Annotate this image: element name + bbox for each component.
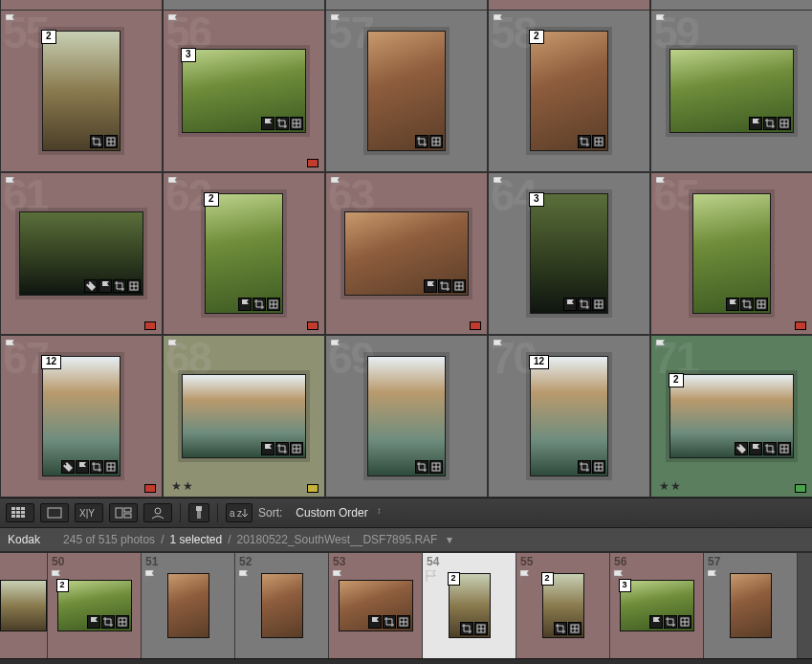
- pick-flag-icon[interactable]: [167, 14, 179, 26]
- crop-icon[interactable]: [383, 615, 396, 629]
- crop-icon[interactable]: [438, 279, 451, 293]
- filmstrip-cell[interactable]: 563: [610, 553, 704, 658]
- stack-count-badge[interactable]: 2: [56, 579, 69, 592]
- pick-flag-icon[interactable]: [655, 177, 667, 188]
- adjust-icon[interactable]: [104, 460, 118, 474]
- grid-cell[interactable]: 6712: [1, 336, 162, 497]
- adjust-icon[interactable]: [452, 279, 466, 293]
- photo-thumbnail[interactable]: [344, 211, 469, 296]
- pick-flag-icon[interactable]: [519, 568, 531, 586]
- people-view-button[interactable]: [143, 503, 172, 522]
- pick-flag-icon[interactable]: [167, 177, 179, 188]
- color-label[interactable]: [144, 484, 156, 493]
- painter-button[interactable]: [188, 503, 209, 522]
- grid-cell[interactable]: 65: [651, 173, 812, 334]
- adjust-icon[interactable]: [755, 298, 768, 311]
- filmstrip-scrollbar[interactable]: [0, 658, 812, 664]
- grid-cell[interactable]: 712★★: [651, 336, 812, 497]
- tag-icon[interactable]: [61, 460, 75, 474]
- flag-icon[interactable]: [87, 615, 100, 629]
- pick-flag-icon[interactable]: [493, 177, 504, 188]
- pick-flag-icon[interactable]: [5, 177, 16, 188]
- flag-icon[interactable]: [368, 615, 382, 629]
- compare-view-button[interactable]: X|Y: [75, 503, 103, 522]
- grid-cell[interactable]: 552: [1, 11, 162, 171]
- flag-icon[interactable]: [424, 279, 437, 293]
- photo-thumbnail[interactable]: 2: [57, 580, 132, 631]
- grid-cell[interactable]: 59: [651, 11, 812, 171]
- stack-count-badge[interactable]: 2: [669, 373, 684, 387]
- stack-count-badge[interactable]: 2: [41, 30, 56, 44]
- filmstrip-cell[interactable]: 552: [516, 553, 610, 658]
- grid-cell[interactable]: 69: [326, 336, 487, 497]
- flag-icon[interactable]: [76, 460, 89, 474]
- photo-thumbnail[interactable]: 3: [182, 49, 306, 133]
- photo-thumbnail[interactable]: [730, 573, 772, 638]
- flag-icon[interactable]: [99, 279, 112, 293]
- flag-icon[interactable]: [749, 442, 762, 455]
- stack-count-badge[interactable]: 12: [529, 355, 549, 369]
- crop-icon[interactable]: [90, 460, 103, 474]
- stack-count-badge[interactable]: 3: [181, 48, 196, 62]
- adjust-icon[interactable]: [592, 460, 605, 474]
- adjust-icon[interactable]: [290, 442, 303, 455]
- pick-flag-icon[interactable]: [5, 14, 16, 26]
- photo-thumbnail[interactable]: [692, 193, 771, 314]
- photo-thumbnail[interactable]: [367, 31, 446, 151]
- crop-icon[interactable]: [113, 279, 126, 293]
- pick-flag-icon[interactable]: [167, 340, 179, 351]
- color-label[interactable]: [144, 321, 156, 330]
- crop-icon[interactable]: [763, 117, 777, 130]
- stack-count-badge[interactable]: 12: [41, 355, 61, 369]
- flag-icon[interactable]: [749, 117, 762, 130]
- crop-icon[interactable]: [664, 615, 677, 629]
- crop-icon[interactable]: [740, 298, 754, 311]
- crop-icon[interactable]: [460, 622, 473, 635]
- adjust-icon[interactable]: [397, 615, 410, 629]
- crop-icon[interactable]: [415, 135, 428, 148]
- flag-icon[interactable]: [261, 117, 274, 130]
- color-label[interactable]: [307, 321, 318, 330]
- adjust-icon[interactable]: [592, 135, 605, 148]
- stack-count-badge[interactable]: 2: [529, 30, 544, 44]
- photo-thumbnail[interactable]: 2: [530, 31, 608, 151]
- stack-count-badge[interactable]: 3: [619, 579, 631, 592]
- pick-flag-icon[interactable]: [330, 340, 341, 351]
- pick-flag-icon[interactable]: [238, 568, 250, 586]
- crop-icon[interactable]: [578, 135, 591, 148]
- grid-view-button[interactable]: [6, 503, 34, 522]
- adjust-icon[interactable]: [290, 117, 303, 130]
- flag-icon[interactable]: [261, 442, 274, 455]
- color-label[interactable]: [470, 321, 481, 330]
- sort-direction-button[interactable]: az: [226, 503, 252, 522]
- adjust-icon[interactable]: [678, 615, 691, 629]
- stack-count-badge[interactable]: 2: [541, 572, 554, 586]
- filmstrip-cell[interactable]: 57: [704, 553, 798, 658]
- crop-icon[interactable]: [763, 442, 777, 455]
- pick-flag-icon[interactable]: [655, 340, 667, 351]
- photo-thumbnail[interactable]: 3: [620, 580, 694, 631]
- flag-icon[interactable]: [238, 298, 252, 311]
- pick-flag-icon[interactable]: [330, 177, 341, 188]
- photo-thumbnail[interactable]: 12: [42, 356, 121, 476]
- photo-thumbnail[interactable]: [261, 573, 303, 638]
- stack-count-badge[interactable]: 2: [448, 572, 460, 586]
- adjust-icon[interactable]: [568, 622, 582, 635]
- pick-flag-icon[interactable]: [493, 14, 504, 26]
- adjust-icon[interactable]: [429, 460, 443, 474]
- pick-flag-icon[interactable]: [493, 340, 504, 351]
- color-label[interactable]: [307, 484, 318, 493]
- photo-thumbnail[interactable]: [182, 374, 306, 458]
- filmstrip-cell[interactable]: 52: [235, 553, 329, 658]
- adjust-icon[interactable]: [592, 298, 605, 311]
- photo-thumbnail[interactable]: 2: [42, 31, 121, 151]
- crop-icon[interactable]: [554, 622, 567, 635]
- crop-icon[interactable]: [275, 117, 289, 130]
- tag-icon[interactable]: [735, 442, 748, 455]
- adjust-icon[interactable]: [778, 117, 791, 130]
- grid-cell[interactable]: 63: [326, 173, 487, 334]
- photo-thumbnail[interactable]: 2: [669, 374, 794, 458]
- crop-icon[interactable]: [415, 460, 428, 474]
- dropdown-caret-icon[interactable]: ▾: [447, 533, 452, 546]
- pick-flag-icon[interactable]: [5, 340, 16, 351]
